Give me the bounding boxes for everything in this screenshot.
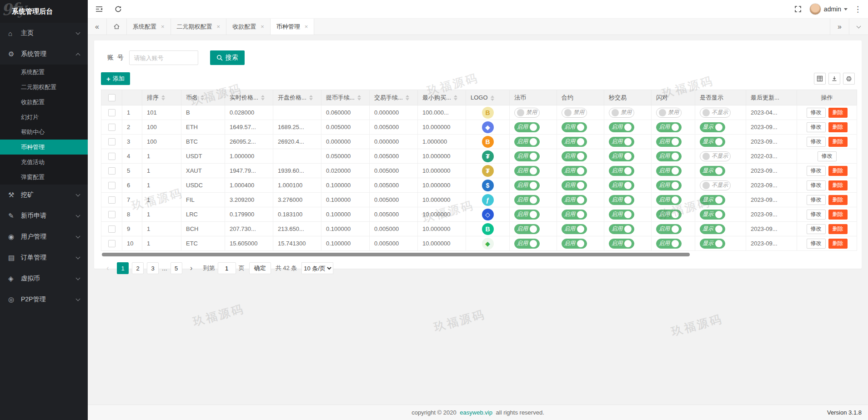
tab-二元期权配置[interactable]: 二元期权配置× bbox=[171, 19, 227, 35]
close-icon[interactable]: × bbox=[161, 23, 165, 30]
toggle-switch-on[interactable]: 启用 bbox=[656, 151, 682, 161]
sort-icon[interactable] bbox=[261, 95, 265, 100]
sort-icon[interactable] bbox=[309, 95, 313, 100]
sidebar-subitem-收款配置[interactable]: 收款配置 bbox=[0, 95, 88, 110]
edit-button[interactable]: 修改 bbox=[807, 108, 826, 118]
toggle-switch-on[interactable]: 启用 bbox=[562, 180, 587, 190]
refresh-icon[interactable] bbox=[113, 4, 123, 14]
toggle-switch-on[interactable]: 启用 bbox=[514, 239, 540, 249]
page-next-button[interactable]: › bbox=[186, 262, 197, 274]
delete-button[interactable]: 删除 bbox=[828, 137, 848, 147]
toggle-switch-on[interactable]: 启用 bbox=[514, 224, 540, 234]
toggle-switch-off[interactable]: 不显示 bbox=[700, 108, 731, 118]
col-header-logo[interactable]: LOGO bbox=[466, 90, 510, 105]
toggle-switch-off[interactable]: 禁用 bbox=[562, 108, 587, 118]
edit-button[interactable]: 修改 bbox=[807, 224, 826, 234]
row-checkbox[interactable] bbox=[108, 153, 115, 160]
toggle-switch-on[interactable]: 启用 bbox=[562, 239, 587, 249]
sort-icon[interactable] bbox=[161, 95, 165, 100]
toggle-switch-on[interactable]: 启用 bbox=[562, 210, 587, 220]
delete-button[interactable]: 删除 bbox=[828, 180, 848, 190]
sort-icon[interactable] bbox=[201, 95, 204, 100]
tabs-dropdown-icon[interactable] bbox=[849, 19, 868, 35]
tabs-scroll-right-icon[interactable]: » bbox=[830, 19, 849, 35]
toggle-switch-on[interactable]: 启用 bbox=[656, 239, 682, 249]
toggle-switch-off[interactable]: 禁用 bbox=[609, 108, 634, 118]
row-checkbox[interactable] bbox=[108, 240, 115, 247]
page-button-1[interactable]: 1 bbox=[117, 262, 129, 274]
col-header-price[interactable]: 实时价格... bbox=[225, 90, 273, 105]
toggle-switch-on[interactable]: 启用 bbox=[609, 166, 634, 176]
edit-button[interactable]: 修改 bbox=[807, 180, 826, 190]
tab-币种管理[interactable]: 币种管理× bbox=[271, 19, 315, 35]
toggle-switch-on[interactable]: 显示 bbox=[700, 122, 725, 132]
sidebar-subitem-币种管理[interactable]: 币种管理 bbox=[0, 140, 88, 155]
delete-button[interactable]: 删除 bbox=[828, 239, 848, 249]
jump-page-input[interactable] bbox=[218, 262, 236, 274]
sidebar-item-p2p[interactable]: ◎P2P管理 bbox=[0, 289, 88, 310]
add-button[interactable]: + 添加 bbox=[101, 72, 130, 85]
close-icon[interactable]: × bbox=[217, 23, 221, 30]
tab-系统配置[interactable]: 系统配置× bbox=[127, 19, 171, 35]
row-checkbox[interactable] bbox=[108, 211, 115, 218]
export-button[interactable] bbox=[828, 73, 840, 85]
delete-button[interactable]: 删除 bbox=[828, 224, 848, 234]
toggle-switch-on[interactable]: 启用 bbox=[609, 195, 634, 205]
toggle-switch-on[interactable]: 启用 bbox=[656, 166, 682, 176]
col-header-trade_fee[interactable]: 交易手续... bbox=[370, 90, 418, 105]
toggle-switch-on[interactable]: 启用 bbox=[514, 151, 540, 161]
col-header-coin[interactable]: 币名 bbox=[181, 90, 225, 105]
edit-button[interactable]: 修改 bbox=[807, 137, 826, 147]
toggle-switch-on[interactable]: 启用 bbox=[609, 122, 634, 132]
toggle-switch-on[interactable]: 启用 bbox=[656, 224, 682, 234]
toggle-switch-on[interactable]: 显示 bbox=[700, 137, 725, 147]
toggle-switch-on[interactable]: 启用 bbox=[609, 210, 634, 220]
sidebar-item-virtual-coin[interactable]: ◈虚拟币 bbox=[0, 268, 88, 289]
toggle-switch-on[interactable]: 启用 bbox=[514, 122, 540, 132]
toggle-switch-on[interactable]: 显示 bbox=[700, 210, 725, 220]
page-button-2[interactable]: 2 bbox=[132, 262, 144, 274]
row-checkbox[interactable] bbox=[108, 124, 115, 131]
toggle-switch-on[interactable]: 启用 bbox=[514, 180, 540, 190]
toggle-switch-off[interactable]: 不显示 bbox=[700, 151, 731, 161]
edit-button[interactable]: 修改 bbox=[807, 166, 826, 176]
sidebar-item-home[interactable]: ⌂主页 bbox=[0, 23, 88, 44]
toggle-switch-on[interactable]: 启用 bbox=[656, 180, 682, 190]
toggle-switch-on[interactable]: 启用 bbox=[562, 166, 587, 176]
sidebar-subitem-幻灯片[interactable]: 幻灯片 bbox=[0, 110, 88, 125]
search-button[interactable]: 搜索 bbox=[210, 50, 245, 65]
toggle-switch-on[interactable]: 启用 bbox=[609, 180, 634, 190]
sidebar-subitem-弹窗配置[interactable]: 弹窗配置 bbox=[0, 170, 88, 185]
toggle-switch-on[interactable]: 启用 bbox=[656, 122, 682, 132]
delete-button[interactable]: 删除 bbox=[828, 108, 848, 118]
row-checkbox[interactable] bbox=[108, 138, 115, 145]
sidebar-item-new-coin[interactable]: ✎新币申请 bbox=[0, 205, 88, 226]
sidebar-item-users[interactable]: ◉用户管理 bbox=[0, 226, 88, 247]
col-header-min_buy[interactable]: 最小购买... bbox=[418, 90, 466, 105]
sidebar-item-mining[interactable]: ⚒挖矿 bbox=[0, 185, 88, 205]
row-checkbox[interactable] bbox=[108, 182, 115, 189]
page-button-3[interactable]: 3 bbox=[147, 262, 159, 274]
sidebar-subitem-二元期权配置[interactable]: 二元期权配置 bbox=[0, 80, 88, 95]
col-header-sort[interactable]: 排序 bbox=[142, 90, 181, 105]
delete-button[interactable]: 删除 bbox=[828, 122, 848, 132]
toggle-switch-on[interactable]: 显示 bbox=[700, 239, 725, 249]
print-button[interactable] bbox=[843, 73, 855, 85]
sort-icon[interactable] bbox=[491, 95, 494, 101]
toggle-switch-on[interactable]: 显示 bbox=[700, 224, 725, 234]
page-size-select[interactable]: 10 条/页 bbox=[301, 262, 333, 274]
toggle-switch-on[interactable]: 启用 bbox=[562, 122, 587, 132]
sort-icon[interactable] bbox=[454, 95, 457, 100]
page-button-5[interactable]: 5 bbox=[171, 262, 182, 274]
sidebar-item-system[interactable]: ⚙系统管理 bbox=[0, 44, 88, 65]
select-all-checkbox[interactable] bbox=[108, 94, 115, 101]
confirm-button[interactable]: 确定 bbox=[249, 262, 271, 274]
edit-button[interactable]: 修改 bbox=[807, 122, 826, 132]
delete-button[interactable]: 删除 bbox=[828, 210, 848, 220]
col-header-open[interactable]: 开盘价格... bbox=[273, 90, 321, 105]
toggle-switch-on[interactable]: 启用 bbox=[514, 166, 540, 176]
delete-button[interactable]: 删除 bbox=[828, 195, 848, 205]
edit-button[interactable]: 修改 bbox=[818, 151, 837, 161]
row-checkbox[interactable] bbox=[108, 109, 115, 116]
close-icon[interactable]: × bbox=[261, 23, 264, 30]
